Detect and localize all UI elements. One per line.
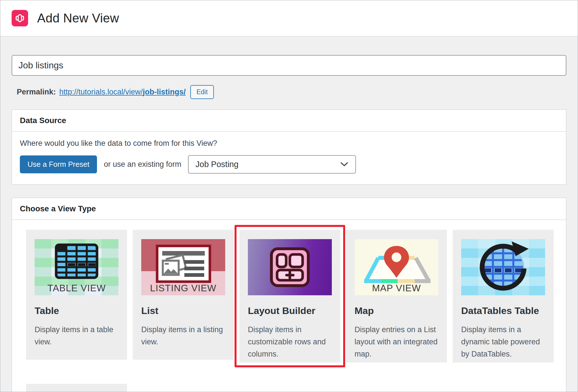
view-type-name: List [141,305,225,316]
data-source-panel-title: Data Source [12,110,566,132]
view-type-name: Layout Builder [248,305,332,316]
view-type-card-layout-builder[interactable]: Layout Builder Display items in customiz… [239,230,340,363]
listing-view-thumbnail: LISTING VIEW [141,239,225,295]
view-type-card-partial[interactable] [26,384,127,392]
view-type-card-map[interactable]: MAP VIEW Map Display entries on a List l… [346,230,447,363]
view-type-cards-row-2 [12,384,566,392]
permalink-url-slug: job-listings/ [143,88,186,96]
selected-view-type-highlight: Layout Builder Display items in customiz… [235,225,345,367]
table-view-thumbnail: TABLE VIEW [35,239,119,295]
view-type-name: DataTables Table [461,305,545,316]
view-type-description: Display items in a table view. [35,324,119,348]
permalink-row: Permalink: http://tutorials.local/view/j… [12,85,566,99]
page-content: Permalink: http://tutorials.local/view/j… [0,55,578,392]
permalink-label: Permalink: [17,88,56,96]
view-title-input[interactable] [12,55,566,76]
view-type-name: Table [35,305,119,316]
or-existing-form-text: or use an existing form [104,160,181,169]
view-type-name: Map [355,305,438,316]
view-type-cards-row: TABLE VIEW Table Display items in a tabl… [12,220,566,363]
table-view-image-label: TABLE VIEW [35,283,119,294]
view-type-card-table[interactable]: TABLE VIEW Table Display items in a tabl… [26,230,127,360]
view-type-card-list[interactable]: LISTING VIEW List Display items in a lis… [133,230,234,360]
admin-header: Add New View [0,0,578,36]
view-type-description: Display items in customizable rows and c… [248,324,332,360]
view-type-description: Display items in a dynamic table powered… [461,324,545,360]
permalink-link[interactable]: http://tutorials.local/view/job-listings… [59,88,186,96]
existing-form-select[interactable]: Job Posting [188,155,356,174]
data-source-question: Where would you like the data to come fr… [20,139,558,148]
permalink-url-base: http://tutorials.local/view/ [59,88,143,96]
map-view-thumbnail: MAP VIEW [355,239,438,295]
permalink-edit-button[interactable]: Edit [190,85,214,99]
datatables-thumbnail [461,239,545,295]
data-source-body: Where would you like the data to come fr… [12,132,566,184]
data-source-panel: Data Source Where would you like the dat… [12,109,566,185]
view-type-description: Display entries on a List layout with an… [355,324,438,360]
add-new-view-window: Add New View Permalink: http://tutorials… [0,0,578,392]
view-type-panel-title: Choose a View Type [12,198,566,220]
page-title: Add New View [37,11,119,25]
chevron-down-icon [340,160,349,169]
map-view-image-label: MAP VIEW [355,283,438,294]
view-type-card-datatables[interactable]: DataTables Table Display items in a dyna… [453,230,554,363]
existing-form-select-value: Job Posting [195,160,239,169]
view-type-description: Display items in a listing view. [141,324,225,348]
gravityview-logo-icon [12,10,28,26]
layout-builder-thumbnail [248,239,332,295]
view-type-panel: Choose a View Type [12,198,566,392]
use-form-preset-button[interactable]: Use a Form Preset [20,155,97,173]
datatables-refresh-icon [461,239,545,295]
table-grid-icon [54,243,99,281]
listing-view-image-label: LISTING VIEW [141,283,225,294]
data-source-controls: Use a Form Preset or use an existing for… [20,155,558,174]
layout-builder-icon [269,246,311,288]
